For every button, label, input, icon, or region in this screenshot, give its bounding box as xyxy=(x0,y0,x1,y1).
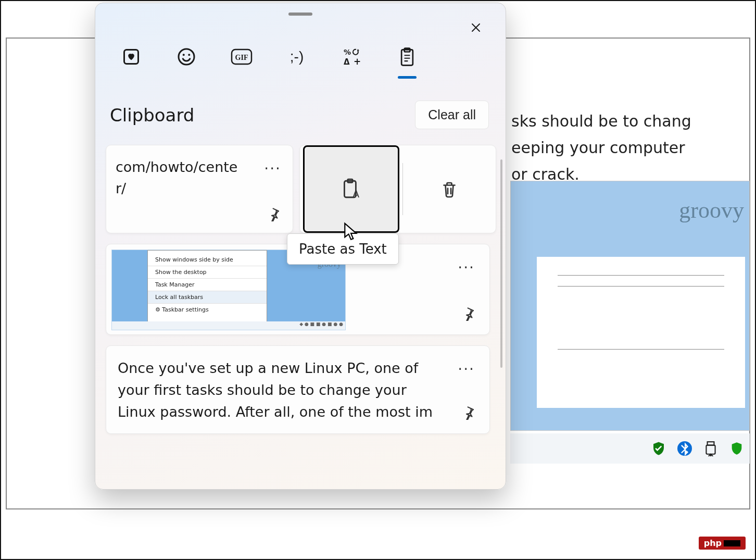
clipboard-item-text[interactable]: Once you've set up a new Linux PC, one o… xyxy=(106,345,490,434)
paste-as-text-button[interactable]: A xyxy=(303,145,399,233)
section-title: Clipboard xyxy=(110,105,194,126)
more-options-button[interactable]: ··· xyxy=(458,259,475,276)
tab-recent[interactable] xyxy=(119,44,144,69)
pin-button[interactable] xyxy=(461,405,476,422)
category-tabs: GIF ;-) % Δ + xyxy=(95,16,506,69)
pin-button[interactable] xyxy=(267,207,281,223)
svg-text:GIF: GIF xyxy=(235,54,248,61)
usb-icon[interactable] xyxy=(703,441,719,456)
tab-kaomoji[interactable]: ;-) xyxy=(284,44,309,69)
svg-point-6 xyxy=(188,54,190,56)
svg-text:A: A xyxy=(352,189,359,200)
clip-text-content: Once you've set up a new Linux PC, one o… xyxy=(118,357,442,423)
more-options-button[interactable]: ··· xyxy=(264,160,281,177)
tab-emoji[interactable] xyxy=(174,44,199,69)
watermark: php xyxy=(699,537,746,550)
svg-point-4 xyxy=(179,49,194,65)
svg-text:%: % xyxy=(344,48,351,56)
background-article-text: sks should be to chang eeping your compu… xyxy=(511,108,691,188)
svg-point-5 xyxy=(183,54,185,56)
defender-icon[interactable] xyxy=(651,441,666,456)
security-icon[interactable] xyxy=(729,441,745,456)
clip-text-content: com/howto/cente r/ xyxy=(116,157,285,199)
svg-text:Δ: Δ xyxy=(344,57,350,66)
delete-button[interactable] xyxy=(403,145,496,233)
clipboard-item-actions: A xyxy=(299,145,496,233)
mouse-cursor-icon xyxy=(343,222,359,244)
pin-button[interactable] xyxy=(461,306,476,323)
svg-rect-2 xyxy=(706,445,715,454)
more-options-button[interactable]: ··· xyxy=(458,360,475,378)
clear-all-button[interactable]: Clear all xyxy=(415,101,489,129)
system-tray-background xyxy=(510,433,750,464)
emoji-clipboard-panel: GIF ;-) % Δ + Clipboard Clear all com/ho… xyxy=(95,3,506,490)
svg-text:+: + xyxy=(354,56,361,66)
bluetooth-icon[interactable] xyxy=(677,441,692,456)
close-button[interactable] xyxy=(466,18,486,38)
scrollbar[interactable] xyxy=(500,159,502,368)
tab-gif[interactable]: GIF xyxy=(229,44,254,69)
background-article-image: groovy xyxy=(510,181,750,431)
clipboard-item-text[interactable]: com/howto/cente r/ ··· xyxy=(106,145,293,233)
clipboard-items: com/howto/cente r/ ··· A Paste as xyxy=(95,139,506,434)
tab-symbols[interactable]: % Δ + xyxy=(339,44,364,69)
tab-clipboard[interactable] xyxy=(395,44,420,69)
